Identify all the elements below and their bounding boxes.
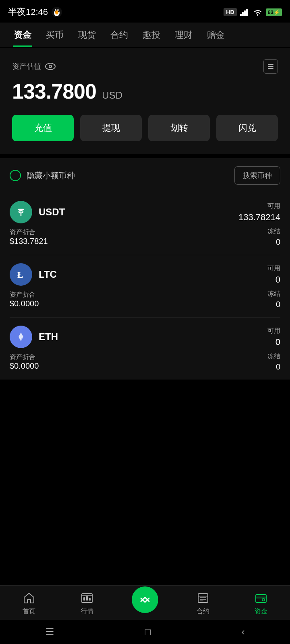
svg-rect-15 <box>268 64 273 65</box>
nav-market-label: 行情 <box>81 607 93 616</box>
asset-currency: USD <box>102 90 122 101</box>
eth-icon <box>10 326 32 348</box>
flash-exchange-button[interactable]: 闪兑 <box>216 115 278 141</box>
tab-invest[interactable]: 趣投 <box>135 23 168 47</box>
ltc-name: LTC <box>39 269 57 280</box>
eye-icon[interactable] <box>45 62 56 70</box>
asset-header: 资产估值 133.7800 USD 充值 提现 划转 闪兑 <box>0 48 290 154</box>
status-time: 半夜12:46 <box>8 6 62 18</box>
withdraw-button[interactable]: 提现 <box>80 115 142 141</box>
hd-label: HD <box>224 8 236 16</box>
svg-point-7 <box>55 10 58 14</box>
svg-rect-32 <box>89 598 91 601</box>
coin-item-ltc[interactable]: Ł LTC 可用 0 资产折合 $0.0000 冻结 0 <box>10 255 280 318</box>
tab-gift[interactable]: 赠金 <box>200 23 232 47</box>
svg-rect-39 <box>256 597 266 599</box>
battery-indicator: 63⚡ <box>266 8 282 16</box>
funds-icon <box>254 591 268 605</box>
asset-amount: 133.7800 <box>12 80 96 103</box>
svg-rect-16 <box>268 66 273 67</box>
usdt-frozen-section: 冻结 0 <box>267 227 280 247</box>
usdt-available-section: 可用 133.78214 <box>238 202 280 223</box>
nav-futures-label: 合约 <box>197 607 209 616</box>
wifi-icon <box>253 8 263 16</box>
eth-frozen-section: 冻结 0 <box>267 352 280 372</box>
tab-navigation: 资金 买币 现货 合约 趣投 理财 赠金 <box>0 23 290 47</box>
futures-icon <box>196 591 210 605</box>
action-buttons: 充值 提现 划转 闪兑 <box>12 115 278 141</box>
coin-item-usdt[interactable]: USDT 可用 133.78214 资产折合 $133.7821 冻结 0 <box>10 193 280 255</box>
svg-rect-10 <box>244 10 246 16</box>
status-bar: 半夜12:46 HD 63⚡ <box>0 0 290 23</box>
svg-point-5 <box>56 10 56 10</box>
svg-rect-9 <box>242 12 244 16</box>
svg-rect-30 <box>83 597 85 601</box>
system-home-icon[interactable]: □ <box>145 626 151 638</box>
coin-item-eth[interactable]: ETH 可用 0 资产折合 $0.0000 冻结 0 <box>10 318 280 380</box>
search-coin-button[interactable]: 搜索币种 <box>234 166 280 185</box>
ltc-icon: Ł <box>10 263 32 286</box>
svg-rect-11 <box>246 9 248 16</box>
system-back-icon[interactable]: ‹ <box>241 626 244 638</box>
svg-point-6 <box>58 10 59 10</box>
usdt-name: USDT <box>39 206 65 218</box>
records-icon[interactable] <box>263 59 278 74</box>
nav-trade[interactable] <box>116 594 174 613</box>
ltc-asset-section: 资产折合 $0.0000 <box>10 291 39 308</box>
svg-rect-17 <box>268 68 273 69</box>
tab-finance[interactable]: 理财 <box>168 23 200 47</box>
eth-available-section: 可用 0 <box>267 327 280 347</box>
hide-small-filter[interactable]: 隐藏小额币种 <box>10 170 75 181</box>
nav-home-label: 首页 <box>23 607 35 616</box>
tab-spot[interactable]: 现货 <box>71 23 103 47</box>
transfer-button[interactable]: 划转 <box>148 115 210 141</box>
nav-home[interactable]: 首页 <box>0 591 58 616</box>
svg-rect-8 <box>240 14 242 16</box>
nav-market[interactable]: 行情 <box>58 591 116 616</box>
eth-asset-section: 资产折合 $0.0000 <box>10 353 39 371</box>
nav-funds-label: 资金 <box>255 607 267 616</box>
penguin-icon <box>51 6 62 18</box>
asset-label-text: 资产估值 <box>12 62 41 71</box>
asset-label-row: 资产估值 <box>12 62 56 71</box>
svg-point-14 <box>50 66 51 67</box>
hide-small-toggle[interactable] <box>10 170 21 181</box>
tab-buy[interactable]: 买币 <box>39 23 71 47</box>
ltc-available-section: 可用 0 <box>267 264 280 285</box>
system-menu-icon[interactable]: ☰ <box>46 626 54 638</box>
nav-futures[interactable]: 合约 <box>174 591 232 616</box>
trade-center-button[interactable] <box>132 586 158 613</box>
ltc-frozen-section: 冻结 0 <box>267 290 280 309</box>
market-icon <box>80 591 94 605</box>
signal-icon <box>240 8 250 16</box>
nav-funds[interactable]: 资金 <box>232 591 290 616</box>
eth-name: ETH <box>39 331 58 343</box>
svg-point-40 <box>262 599 265 601</box>
filter-row: 隐藏小额币种 搜索币种 <box>0 158 290 193</box>
svg-rect-31 <box>86 596 88 601</box>
coin-list: USDT 可用 133.78214 资产折合 $133.7821 冻结 0 <box>0 193 290 380</box>
status-icons: HD 63⚡ <box>224 8 282 16</box>
usdt-asset-section: 资产折合 $133.7821 <box>10 228 48 246</box>
deposit-button[interactable]: 充值 <box>12 115 74 141</box>
tab-futures[interactable]: 合约 <box>103 23 135 47</box>
asset-value-row: 133.7800 USD <box>12 79 278 103</box>
usdt-icon <box>10 201 32 223</box>
svg-text:Ł: Ł <box>17 270 23 280</box>
tab-funds[interactable]: 资金 <box>6 23 39 47</box>
hide-small-label: 隐藏小额币种 <box>27 170 75 181</box>
system-nav-bar: ☰ □ ‹ <box>0 620 290 644</box>
trade-icon <box>138 592 152 607</box>
home-icon <box>22 591 36 605</box>
bottom-navigation: 首页 行情 <box>0 585 290 620</box>
